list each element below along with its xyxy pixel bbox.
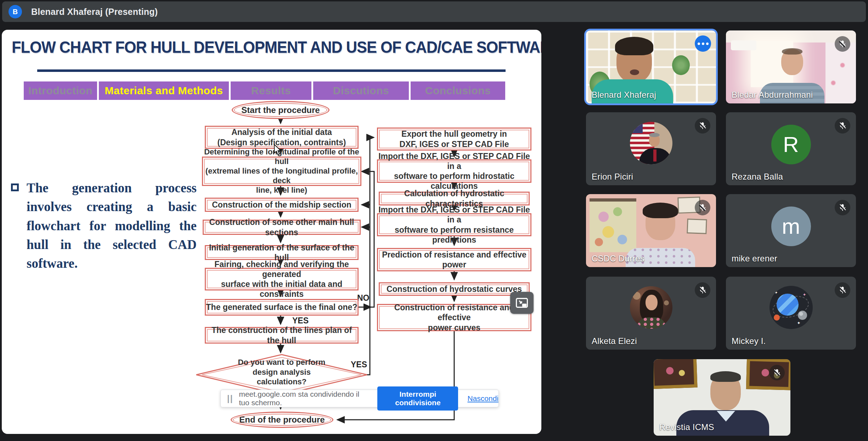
hide-banner-link[interactable]: Nascondi: [467, 394, 498, 403]
letter-avatar: m: [771, 207, 811, 246]
star-sparkle: ✦: [797, 321, 800, 326]
participant-name: Blenard Xhaferaj: [592, 90, 656, 100]
banner-drag-handle[interactable]: ||: [227, 394, 233, 403]
participant-tile-mike-erener[interactable]: m mike erener: [726, 194, 856, 267]
mic-muted-icon: [835, 200, 850, 215]
air-conditioner: [731, 40, 756, 50]
stop-sharing-button[interactable]: Interrompi condivisione: [377, 386, 458, 411]
participant-tile-bledar-abdurrahmani[interactable]: Bledar Abdurrahmani: [726, 30, 856, 103]
flower-decal: [840, 62, 845, 68]
presenter-banner: B Blenard Xhaferaj (Presenting): [2, 1, 866, 22]
person-head: [646, 206, 675, 240]
flow-end-oval: End of the procedure: [231, 412, 333, 428]
flower-decal: [830, 80, 836, 86]
floral-dress: [637, 317, 666, 329]
share-message: meet.google.com sta condividendo il tuo …: [239, 390, 370, 407]
avatar-initial: m: [782, 214, 800, 239]
star-sparkle: ✦: [774, 290, 778, 295]
participant-name: Rezana Balla: [732, 172, 783, 182]
participant-name: mike erener: [732, 254, 777, 264]
participant-name: Erion Piciri: [592, 172, 633, 182]
participant-tile-alketa-elezi[interactable]: Alketa Elezi: [586, 277, 716, 350]
mic-muted-icon: [695, 200, 710, 215]
participant-tile-csdc-durres[interactable]: CSDC Durres: [586, 194, 716, 267]
participant-tile-revistia-icms[interactable]: Revistia ICMS: [654, 359, 790, 436]
flow-start-oval: Start the procedure: [232, 101, 329, 119]
mic-muted-icon: [695, 282, 710, 298]
flow-step-import-resistance: Import the DXF, IGES or STEP CAD File in…: [377, 213, 531, 236]
space-avatar: ✦ ✦ ✦: [770, 286, 813, 329]
flow-step-longitudinal-profile: Determining the longitudinal profile of …: [202, 157, 361, 186]
mic-muted-icon: [835, 36, 850, 52]
mic-muted-icon: [835, 118, 850, 134]
presenter-title: Blenard Xhaferaj (Presenting): [31, 7, 158, 17]
flow-step-resistance-curves: Construction of resistance and effective…: [377, 304, 531, 331]
planet-icon: [777, 294, 799, 316]
wall-map: [590, 198, 636, 252]
photo-frame: [687, 219, 707, 234]
participant-tile-mickey-i[interactable]: ✦ ✦ ✦ Mickey I.: [726, 277, 856, 350]
picture-in-picture-button[interactable]: [510, 292, 534, 314]
participant-tile-rezana-balla[interactable]: R Rezana Balla: [726, 112, 856, 185]
mic-muted-icon: [769, 365, 785, 380]
participant-name: Revistia ICMS: [659, 422, 714, 432]
flow-step-import-hidrostatic: Import the DXF, IGES or STEP CAD File in…: [377, 159, 531, 183]
flow-step-fairing: Fairing, checking and verifying the gene…: [205, 268, 359, 290]
person-face: [646, 295, 658, 310]
flow-diamond-text: Do you want to perform design analysis c…: [229, 357, 335, 387]
small-planet-icon: [774, 315, 780, 321]
wardrobe: [825, 43, 856, 103]
flow-step-prediction-power: Prediction of resistance and effective p…: [377, 248, 531, 271]
person-head: [781, 49, 803, 75]
participant-tile-erion-piciri[interactable]: Erion Piciri: [586, 112, 716, 185]
screen-share-banner: || meet.google.com sta condividendo il t…: [220, 390, 499, 407]
shirt-collar: [717, 411, 735, 422]
flow-step-hydrostatic-curves: Construction of hydrostatic curves: [379, 282, 530, 296]
participant-name: Bledar Abdurrahmani: [732, 90, 813, 100]
participant-name: Alketa Elezi: [592, 336, 637, 346]
mouse-cursor: [273, 145, 283, 156]
flow-decision-surface-final: The generated surface is the final one?: [205, 299, 359, 316]
picture-in-picture-icon: [515, 297, 529, 309]
person-head: [616, 40, 652, 82]
avatar-initial: R: [783, 132, 799, 157]
bokeh-light: [664, 300, 669, 305]
letter-avatar: R: [771, 125, 811, 164]
profile-photo-avatar: [630, 286, 672, 329]
star-sparkle: ✦: [802, 292, 806, 297]
tile-options-menu-icon[interactable]: [695, 35, 711, 52]
presenter-avatar: B: [9, 5, 22, 18]
plant-decor: [672, 55, 690, 75]
us-flag-canton: [630, 122, 643, 133]
flow-step-other-sections: Construction of some other main hull sec…: [203, 220, 361, 235]
shared-screen-slide: FLOW CHART FOR HULL DEVELOPMENT AND USE …: [2, 30, 541, 434]
person-head: [710, 373, 741, 410]
mic-muted-icon: [835, 282, 850, 298]
flow-step-midship-section: Construction of the midship section: [205, 198, 359, 212]
mic-muted-icon: [695, 118, 710, 134]
framed-painting: [654, 359, 698, 389]
profile-photo-avatar: [630, 122, 672, 164]
meet-window: B Blenard Xhaferaj (Presenting) FLOW CHA…: [0, 0, 868, 441]
participant-name: CSDC Durres: [592, 254, 644, 264]
participant-tile-blenard-xhaferaj[interactable]: Blenard Xhaferaj: [586, 30, 716, 103]
moon-icon: [798, 311, 807, 320]
person-tie: [653, 149, 656, 162]
flow-step-lines-plan: The construction of the lines plan of th…: [205, 327, 359, 344]
bokeh-light: [633, 292, 641, 300]
participant-name: Mickey I.: [732, 336, 766, 346]
flow-step-initial-surface: Initial generation of the surface of the…: [205, 245, 359, 260]
person-head: [649, 134, 660, 147]
flow-step-calc-hydrostatic: Calculation of hydrostatic characteristi…: [379, 192, 530, 205]
flow-step-export-geometry: Export the hull geometry in DXF, IGES or…: [377, 128, 531, 151]
